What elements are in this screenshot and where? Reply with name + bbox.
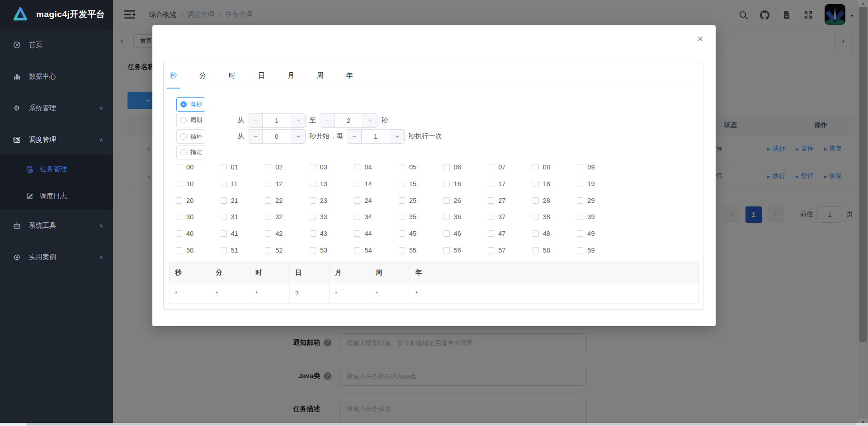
cycle-start-value[interactable]: 0 [263,130,291,143]
cron-mode-radio-周期[interactable]: 周期 [176,113,205,127]
second-checkbox-51[interactable] [221,247,227,253]
second-checkbox-29[interactable] [577,197,583,204]
second-checkbox-39[interactable] [577,214,583,220]
sidebar-item-系统管理[interactable]: ⚙ 系统管理∨ [0,92,113,124]
second-checkbox-31[interactable] [221,214,227,220]
second-checkbox-35[interactable] [399,214,405,220]
second-checkbox-02[interactable] [265,164,271,170]
second-checkbox-55[interactable] [399,247,405,253]
sidebar-item-任务管理[interactable]: 任务管理 [0,155,113,183]
second-checkbox-46[interactable] [443,230,450,237]
second-checkbox-12[interactable] [265,181,271,187]
second-checkbox-45[interactable] [399,230,405,237]
second-option-02: 02 [265,164,310,171]
second-checkbox-30[interactable] [176,214,182,220]
second-option-55: 55 [399,247,443,254]
second-checkbox-09[interactable] [577,164,583,170]
decrement-icon[interactable]: − [248,114,263,127]
second-checkbox-49[interactable] [577,230,583,237]
cron-tab-周[interactable]: 周 [317,62,324,88]
second-checkbox-03[interactable] [310,164,316,170]
second-checkbox-22[interactable] [265,197,271,204]
increment-icon[interactable]: + [291,130,305,143]
second-checkbox-56[interactable] [443,247,450,253]
second-checkbox-27[interactable] [488,197,494,204]
second-checkbox-48[interactable] [533,230,539,237]
second-checkbox-38[interactable] [533,214,539,220]
cron-mode-radio-每秒[interactable]: 每秒 [176,97,205,112]
second-checkbox-42[interactable] [265,230,271,237]
second-checkbox-06[interactable] [443,164,450,170]
second-checkbox-16[interactable] [443,181,450,187]
cron-tab-分[interactable]: 分 [199,62,206,88]
sidebar-item-实用案例[interactable]: 实用案例∨ [0,241,113,273]
increment-icon[interactable]: + [291,114,305,127]
sidebar-item-首页[interactable]: 首页 [0,29,113,61]
second-checkbox-53[interactable] [310,247,316,253]
second-checkbox-01[interactable] [221,164,227,170]
horizontal-scrollbar[interactable] [0,423,858,426]
second-checkbox-57[interactable] [488,247,494,253]
second-checkbox-28[interactable] [533,197,539,204]
second-checkbox-14[interactable] [354,181,360,187]
sidebar-item-数据中心[interactable]: 数据中心 [0,61,113,92]
cron-mode-radio-循环[interactable]: 循环 [176,129,205,144]
second-checkbox-50[interactable] [176,247,182,253]
second-checkbox-24[interactable] [354,197,360,204]
second-checkbox-19[interactable] [577,181,583,187]
cron-tab-秒[interactable]: 秒 [170,62,177,88]
decrement-icon[interactable]: − [347,130,362,143]
increment-icon[interactable]: + [390,130,404,143]
range-to-value[interactable]: 2 [335,114,363,127]
sidebar-item-系统工具[interactable]: 系统工具∨ [0,210,113,241]
second-checkbox-20[interactable] [176,197,182,204]
cron-tab-时[interactable]: 时 [229,62,236,88]
cron-tab-年[interactable]: 年 [346,62,353,88]
second-checkbox-08[interactable] [533,164,539,170]
cron-mode-radio-指定[interactable]: 指定 [176,145,205,159]
second-checkbox-44[interactable] [354,230,360,237]
second-checkbox-11[interactable] [221,181,227,187]
second-checkbox-15[interactable] [399,181,405,187]
second-checkbox-37[interactable] [488,214,494,220]
sidebar-item-调度管理[interactable]: 调度管理∧ [0,124,113,155]
second-checkbox-43[interactable] [310,230,316,237]
second-checkbox-18[interactable] [533,181,539,187]
sidebar-item-调度日志[interactable]: 调度日志 [0,183,113,210]
second-checkbox-13[interactable] [310,181,316,187]
decrement-icon[interactable]: − [320,114,335,127]
vertical-scrollbar-thumb[interactable] [859,7,867,342]
second-checkbox-40[interactable] [176,230,182,237]
decrement-icon[interactable]: − [248,130,263,143]
vertical-scrollbar[interactable]: ▲ ▼ [858,0,868,426]
second-checkbox-33[interactable] [310,214,316,220]
scroll-up-icon[interactable]: ▲ [858,0,868,7]
second-checkbox-21[interactable] [221,197,227,204]
cron-tab-日[interactable]: 日 [258,62,265,88]
second-checkbox-36[interactable] [443,214,450,220]
second-checkbox-32[interactable] [265,214,271,220]
second-option-58: 58 [533,247,577,254]
second-checkbox-58[interactable] [533,247,539,253]
second-checkbox-34[interactable] [354,214,360,220]
horizontal-scrollbar-thumb[interactable] [26,423,857,426]
range-from-value[interactable]: 1 [263,114,291,127]
second-checkbox-54[interactable] [354,247,360,253]
second-checkbox-10[interactable] [176,181,182,187]
cycle-step-value[interactable]: 1 [362,130,390,143]
cron-tab-月[interactable]: 月 [288,62,294,88]
second-checkbox-05[interactable] [399,164,405,170]
second-checkbox-52[interactable] [265,247,271,253]
second-checkbox-59[interactable] [577,247,583,253]
second-checkbox-07[interactable] [488,164,494,170]
second-checkbox-00[interactable] [176,164,182,170]
second-checkbox-04[interactable] [354,164,360,170]
second-checkbox-23[interactable] [310,197,316,204]
second-checkbox-41[interactable] [221,230,227,237]
second-checkbox-25[interactable] [399,197,405,204]
dialog-close-icon[interactable]: × [697,33,703,44]
second-checkbox-26[interactable] [443,197,450,204]
second-checkbox-17[interactable] [488,181,494,187]
increment-icon[interactable]: + [363,114,377,127]
second-checkbox-47[interactable] [488,230,494,237]
